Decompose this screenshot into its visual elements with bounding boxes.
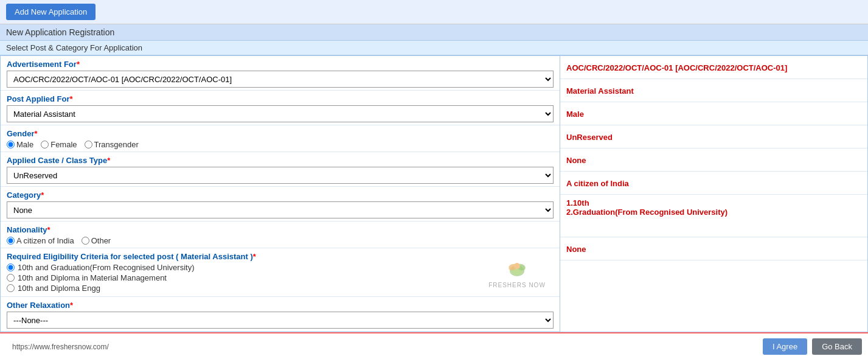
go-back-button[interactable]: Go Back: [812, 338, 862, 355]
caste-class-row: Applied Caste / Class Type* UnReserved: [1, 152, 560, 187]
freshers-now-logo: FRESHERS NOW: [481, 252, 554, 294]
advertisement-for-label: Advertisement For*: [7, 60, 554, 69]
other-relaxation-select[interactable]: ---None---: [7, 312, 554, 329]
sub-section-title: Select Post & Category For Application: [0, 41, 868, 55]
section-title: New Application Registration: [0, 24, 868, 41]
advertisement-for-select[interactable]: AOC/CRC/2022/OCT/AOC-01 [AOC/CRC/2022/OC…: [7, 71, 554, 88]
footer-url: https://www.freshersnow.com/: [12, 343, 109, 351]
nationality-label: Nationality*: [7, 225, 554, 234]
eligibility-radio-3[interactable]: [7, 284, 15, 292]
sub-section-title-text: Select Post & Category For Application: [6, 43, 142, 52]
category-select[interactable]: None: [7, 201, 554, 218]
eligibility-options: 10th and Graduation(From Recognised Univ…: [7, 263, 474, 293]
gender-female-option[interactable]: Female: [41, 140, 77, 149]
right-panel: AOC/CRC/2022/OCT/AOC-01 [AOC/CRC/2022/OC…: [560, 56, 867, 332]
nationality-other-option[interactable]: Other: [82, 236, 111, 245]
nationality-other-radio[interactable]: [82, 237, 89, 245]
nationality-right: A citizen of India: [560, 172, 867, 195]
caste-class-select[interactable]: UnReserved: [7, 167, 554, 184]
advertisement-for-right: AOC/CRC/2022/OCT/AOC-01 [AOC/CRC/2022/OC…: [560, 56, 867, 79]
post-applied-for-select[interactable]: Material Assistant: [7, 105, 554, 122]
gender-transgender-radio[interactable]: [85, 141, 92, 148]
other-relaxation-row: Other Relaxation* ---None---: [1, 297, 560, 332]
svg-point-4: [514, 263, 520, 269]
caste-class-right: UnReserved: [560, 125, 867, 148]
nationality-radio-group: A citizen of India Other: [7, 236, 554, 245]
category-right: None: [560, 148, 867, 172]
top-bar: Add New Application: [0, 0, 868, 24]
category-row: Category* None: [1, 187, 560, 222]
category-label: Category*: [7, 190, 554, 200]
eligibility-label: Required Eligibility Criteria for select…: [7, 252, 474, 261]
gender-label: Gender*: [7, 129, 554, 138]
eligibility-left: Required Eligibility Criteria for select…: [7, 252, 474, 294]
nationality-citizen-radio[interactable]: [7, 237, 15, 245]
freshers-bird-icon: [502, 257, 532, 282]
post-applied-for-label: Post Applied For*: [7, 94, 554, 103]
gender-row: Gender* Male Female Transgender: [1, 125, 560, 152]
gender-transgender-option[interactable]: Transgender: [85, 140, 139, 149]
gender-male-radio[interactable]: [7, 141, 15, 148]
eligibility-right: 1.10th 2.Graduation(From Recognised Univ…: [560, 195, 867, 237]
other-relaxation-label: Other Relaxation*: [7, 301, 554, 310]
main-content: Advertisement For* AOC/CRC/2022/OCT/AOC-…: [0, 55, 868, 332]
eligibility-option-1[interactable]: 10th and Graduation(From Recognised Univ…: [7, 263, 474, 272]
advertisement-for-row: Advertisement For* AOC/CRC/2022/OCT/AOC-…: [1, 56, 560, 91]
section-title-text: New Application Registration: [6, 27, 114, 37]
nationality-row: Nationality* A citizen of India Other: [1, 222, 560, 248]
nationality-citizen-option[interactable]: A citizen of India: [7, 236, 74, 245]
footer-bar: https://www.freshersnow.com/ I Agree Go …: [0, 332, 868, 356]
gender-right: Male: [560, 102, 867, 125]
eligibility-right-line2: 2.Graduation(From Recognised University): [566, 208, 861, 217]
eligibility-row: Required Eligibility Criteria for select…: [1, 248, 560, 297]
post-applied-for-row: Post Applied For* Material Assistant: [1, 91, 560, 125]
eligibility-radio-2[interactable]: [7, 274, 15, 282]
eligibility-option-2[interactable]: 10th and Diploma in Material Management: [7, 273, 474, 282]
gender-female-radio[interactable]: [41, 141, 49, 148]
post-applied-for-right: Material Assistant: [560, 79, 867, 102]
eligibility-radio-1[interactable]: [7, 264, 15, 271]
gender-radio-group: Male Female Transgender: [7, 140, 554, 149]
caste-class-label: Applied Caste / Class Type*: [7, 156, 554, 165]
eligibility-option-3[interactable]: 10th and Diploma Engg: [7, 284, 474, 293]
other-relaxation-right: None: [560, 237, 867, 260]
eligibility-right-line1: 1.10th: [566, 198, 861, 208]
freshers-now-text: FRESHERS NOW: [488, 282, 546, 288]
add-new-button[interactable]: Add New Application: [6, 4, 95, 20]
i-agree-button[interactable]: I Agree: [763, 338, 807, 355]
gender-male-option[interactable]: Male: [7, 140, 33, 149]
left-panel: Advertisement For* AOC/CRC/2022/OCT/AOC-…: [1, 56, 560, 332]
